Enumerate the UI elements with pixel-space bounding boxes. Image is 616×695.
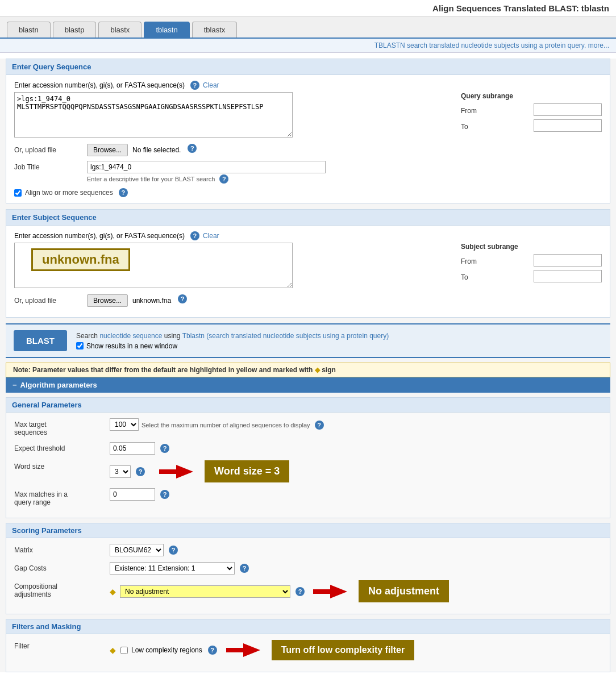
tab-blastp[interactable]: blastp [53,22,97,38]
filter-annotation: Turn off low complexity filter [272,640,415,660]
subject-label: Enter accession number(s), gi(s), or FAS… [14,232,185,240]
query-to-row: To [461,119,602,132]
main-content: Enter Query Sequence Enter accession num… [0,59,616,672]
subject-clear-link[interactable]: Clear [203,232,219,240]
query-section-header: Enter Query Sequence [6,59,610,75]
max-matches-field: ? [110,488,169,501]
query-sequence-col: Enter accession number(s), gi(s), or FAS… [14,81,602,139]
matrix-select[interactable]: BLOSUM62 BLOSUM45 BLOSUM50 BLOSUM80 PAM3… [110,544,164,556]
query-section-body: Enter accession number(s), gi(s), or FAS… [6,75,610,203]
query-from-row: From [461,103,602,116]
word-size-help-icon[interactable]: ? [136,467,145,476]
low-complexity-help-icon[interactable]: ? [208,646,217,655]
filter-row: Filter ◆ Low complexity regions ? Turn o… [14,640,602,660]
tab-tblastn[interactable]: tblastn [144,22,189,38]
job-title-col: Enter a descriptive title for your BLAST… [87,161,326,184]
matrix-help-icon[interactable]: ? [169,546,178,555]
gap-costs-field: Existence: 11 Extension: 1 Existence: 9 … [110,562,249,575]
scoring-params-header: Scoring Parameters [6,523,610,538]
query-to-input[interactable] [534,119,602,132]
query-sequence-textarea[interactable]: >lgs:1_9474_0 MLSTTMPRSPTQQQPQPNSDASSTSA… [14,92,293,138]
query-section: Enter Query Sequence Enter accession num… [6,59,610,203]
tab-bar: blastn blastp blastx tblastn tblastx [0,17,616,39]
blast-button[interactable]: BLAST [14,330,67,351]
algo-header[interactable]: − Algorithm parameters [6,377,610,393]
blast-link1[interactable]: nucleotide sequence [99,332,162,340]
subject-subrange-label: Subject subrange [461,243,602,251]
subject-browse-button[interactable]: Browse... [87,294,128,307]
subject-to-label: To [461,271,529,281]
tab-blastn[interactable]: blastn [7,22,51,38]
word-size-row: Word size 3 2 6 ? Word size = 3 [14,460,602,482]
max-matches-help-icon[interactable]: ? [160,490,169,499]
blast-show-row: Show results in a new window [76,342,389,350]
comp-adj-arrow [313,585,347,598]
align-checkbox[interactable] [14,189,22,197]
scoring-params-section: Scoring Parameters Matrix BLOSUM62 BLOSU… [6,523,610,614]
subject-from-input[interactable] [534,254,602,267]
expect-row: Expect threshold ? [14,442,602,455]
max-target-select[interactable]: 100 50 250 500 [110,418,139,431]
comp-adj-select[interactable]: No adjustment Composition-based statisti… [120,585,290,598]
subject-to-input[interactable] [534,270,602,282]
expect-help-icon[interactable]: ? [160,444,169,453]
low-complexity-row: ◆ Low complexity regions ? Turn off low … [110,640,414,660]
subject-help-icon[interactable]: ? [190,231,199,240]
query-sequence-row: Enter accession number(s), gi(s), or FAS… [14,81,602,139]
matrix-field: BLOSUM62 BLOSUM45 BLOSUM50 BLOSUM80 PAM3… [110,544,178,556]
title-text: Align Sequences Translated BLAST: tblast… [432,3,609,13]
word-size-select[interactable]: 3 2 6 [110,465,131,478]
filter-label: Filter [14,640,105,650]
query-from-input[interactable] [534,103,602,116]
subject-section: Enter Subject Sequence Enter accession n… [6,209,610,318]
query-clear-link[interactable]: Clear [203,81,219,89]
query-label: Enter accession number(s), gi(s), or FAS… [14,81,185,89]
expect-field: ? [110,442,169,455]
query-browse-button[interactable]: Browse... [87,144,128,156]
query-from-label: From [461,105,529,115]
subject-sequence-textarea[interactable] [14,243,293,288]
max-target-row: Max targetsequences 100 50 250 500 Selec… [14,418,602,436]
subject-file-label: unknown.fna [132,294,171,305]
filters-section: Filters and Masking Filter ◆ Low complex… [6,619,610,672]
general-params-header: General Parameters [6,398,610,413]
gap-costs-select[interactable]: Existence: 11 Extension: 1 Existence: 9 … [110,562,235,575]
more-link[interactable]: more... [588,41,609,49]
comp-adj-diamond: ◆ [110,587,116,596]
max-target-label: Max targetsequences [14,418,105,436]
query-to-label: To [461,120,529,131]
blast-link2[interactable]: Tblastn (search translated nucleotide su… [182,332,389,340]
max-matches-input[interactable] [110,488,155,501]
tab-tblastx[interactable]: tblastx [192,22,238,38]
align-help-icon[interactable]: ? [119,188,128,197]
expect-input[interactable] [110,442,155,455]
comp-adj-help-icon[interactable]: ? [295,587,305,596]
query-help-icon[interactable]: ? [190,81,199,90]
info-text: TBLASTN search translated nucleotide sub… [374,41,586,49]
job-title-input[interactable] [87,161,326,173]
query-upload-help-icon[interactable]: ? [188,144,197,153]
gap-costs-row: Gap Costs Existence: 11 Extension: 1 Exi… [14,562,602,575]
subject-from-label: From [461,255,529,265]
tab-blastx[interactable]: blastx [98,22,141,38]
show-results-label: Show results in a new window [86,342,177,350]
page-title: Align Sequences Translated BLAST: tblast… [0,0,616,17]
svg-marker-0 [159,465,193,478]
subject-section-header: Enter Subject Sequence [6,210,610,226]
max-target-help-icon[interactable]: ? [315,421,324,430]
subject-upload-help-icon[interactable]: ? [178,294,187,303]
blast-description: Search nucleotide sequence using Tblastn… [76,332,389,340]
filter-diamond: ◆ [110,646,116,655]
comp-adj-row: Compositionaladjustments ◆ No adjustment… [14,580,602,602]
word-size-annotation: Word size = 3 [205,460,289,482]
max-target-field: 100 50 250 500 Select the maximum number… [110,418,324,431]
general-params-body: Max targetsequences 100 50 250 500 Selec… [6,413,610,518]
job-title-help-icon[interactable]: ? [219,174,228,184]
note-bar: Note: Parameter values that differ from … [6,363,610,377]
comp-adj-field: ◆ No adjustment Composition-based statis… [110,580,449,602]
show-results-checkbox[interactable] [76,342,84,349]
low-complexity-checkbox[interactable] [120,647,128,654]
gap-costs-help-icon[interactable]: ? [240,564,249,573]
matrix-label: Matrix [14,544,105,554]
svg-marker-2 [226,643,260,657]
